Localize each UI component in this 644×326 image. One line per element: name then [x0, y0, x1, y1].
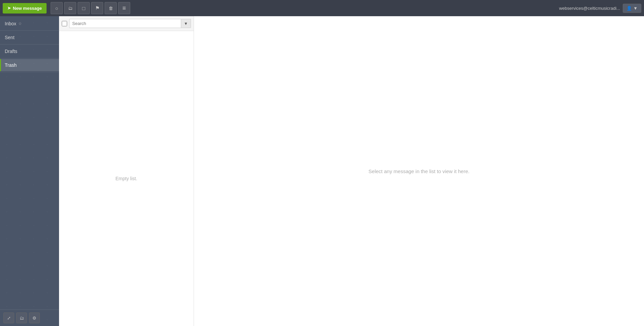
new-message-button[interactable]: ➤ New message [3, 3, 47, 13]
user-menu-chevron: ▼ [633, 6, 638, 11]
no-message-text: Select any message in the list to view i… [368, 168, 469, 174]
sidebar-divider-2 [0, 44, 59, 45]
settings-button[interactable]: ⚙ [29, 313, 40, 323]
menu-toolbar-button[interactable]: ≡ [118, 2, 130, 14]
expand-icon: ⤢ [7, 316, 11, 321]
main-layout: Inbox ☆ Sent Drafts Trash ⤢ 🗂 [0, 16, 644, 326]
select-all-checkbox[interactable] [62, 21, 67, 26]
flag-icon: ⚑ [95, 5, 100, 11]
folder-toolbar-button[interactable]: 🗂 [64, 2, 76, 14]
sidebar-divider-1 [0, 30, 59, 31]
user-icon: 👤 [626, 6, 632, 11]
top-bar: ➤ New message ○ 🗂 □ ⚑ 🗑 ≡ webservic [0, 0, 644, 16]
sidebar-bottom: ⤢ 🗂 ⚙ [0, 309, 59, 326]
flag-toolbar-button[interactable]: ⚑ [91, 2, 103, 14]
sidebar-item-drafts[interactable]: Drafts [0, 45, 59, 57]
sidebar-item-trash[interactable]: Trash [0, 59, 59, 71]
trash-toolbar-button[interactable]: 🗑 [105, 2, 117, 14]
settings-icon: ⚙ [32, 316, 36, 321]
search-input[interactable] [69, 19, 181, 28]
message-list-panel: ▼ Empty list. [59, 16, 194, 326]
send-icon: ➤ [7, 6, 11, 10]
empty-list-text: Empty list. [115, 176, 137, 181]
top-bar-left: ➤ New message ○ 🗂 □ ⚑ 🗑 ≡ [3, 2, 130, 14]
sidebar-item-inbox[interactable]: Inbox ☆ [0, 18, 59, 30]
folder-icon: 🗂 [68, 6, 73, 11]
star-icon: ☆ [18, 21, 22, 26]
expand-button[interactable]: ⤢ [3, 313, 14, 323]
folder-bottom-icon: 🗂 [20, 316, 24, 321]
circle-toolbar-button[interactable]: ○ [51, 2, 63, 14]
search-dropdown-button[interactable]: ▼ [181, 19, 191, 28]
circle-icon: ○ [55, 5, 58, 11]
sidebar-divider-3 [0, 58, 59, 58]
menu-icon: ≡ [122, 5, 126, 12]
sidebar-divider-4 [0, 72, 59, 72]
top-bar-right: webservices@celticmusicradi... 👤 ▼ [559, 4, 641, 13]
folder-bottom-button[interactable]: 🗂 [16, 313, 27, 323]
sidebar-item-trash-label: Trash [5, 62, 17, 68]
message-list-content: Empty list. [59, 31, 194, 326]
new-message-label: New message [13, 6, 42, 11]
user-menu-button[interactable]: 👤 ▼ [623, 4, 641, 13]
trash-icon: 🗑 [109, 6, 113, 11]
sidebar-item-sent-label: Sent [5, 35, 15, 40]
message-view-panel: Select any message in the list to view i… [194, 16, 644, 326]
sidebar-item-inbox-label: Inbox [5, 21, 16, 26]
search-container: ▼ [69, 19, 191, 28]
sidebar: Inbox ☆ Sent Drafts Trash ⤢ 🗂 [0, 16, 59, 326]
sidebar-nav: Inbox ☆ Sent Drafts Trash [0, 16, 59, 309]
search-dropdown-chevron-icon: ▼ [184, 21, 188, 26]
sidebar-item-drafts-label: Drafts [5, 49, 17, 54]
square-toolbar-button[interactable]: □ [78, 2, 90, 14]
square-icon: □ [82, 5, 85, 11]
message-list-toolbar: ▼ [59, 16, 194, 31]
sidebar-item-sent[interactable]: Sent [0, 31, 59, 44]
user-email: webservices@celticmusicradi... [559, 6, 620, 11]
